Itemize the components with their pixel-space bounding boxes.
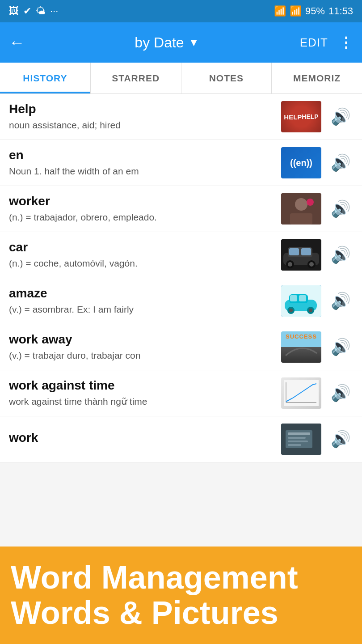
list-item[interactable]: work against time work against time thàn… xyxy=(0,370,362,416)
word-desc: Noun 1. half the width of an em xyxy=(9,165,277,177)
sound-button[interactable]: 🔊 xyxy=(328,107,353,126)
word-title: work against time xyxy=(9,378,277,393)
svg-point-1 xyxy=(295,198,307,211)
sound-icon: 🔊 xyxy=(331,199,351,218)
word-thumbnail: SUCCESS xyxy=(281,331,321,363)
word-title: amaze xyxy=(9,286,277,301)
sound-button[interactable]: 🔊 xyxy=(328,384,353,402)
word-thumbnail xyxy=(281,377,321,409)
sound-button[interactable]: 🔊 xyxy=(328,153,353,172)
word-content: Help noun assistance, aid; hired xyxy=(9,102,281,131)
status-bar: 🖼 ✔ 🌤 ··· 📶 📶 95% 11:53 xyxy=(0,0,362,22)
banner-line1: Word Management xyxy=(11,560,351,595)
word-desc: (v.) = asombrar. Ex: I am fairly xyxy=(9,303,277,315)
word-thumbnail xyxy=(281,239,321,271)
list-item[interactable]: Help noun assistance, aid; hired HELP 🔊 xyxy=(0,94,362,140)
chevron-down-icon: ▼ xyxy=(189,36,199,49)
word-thumbnail: HELP xyxy=(281,101,321,132)
time-label: 11:53 xyxy=(328,5,353,17)
tab-memoriz[interactable]: MEMORIZ xyxy=(272,63,362,93)
list-item[interactable]: amaze (v.) = asombrar. Ex: I am fairly 🔊 xyxy=(0,278,362,324)
word-thumbnail: ((en)) xyxy=(281,147,321,178)
word-title: work xyxy=(9,431,277,445)
word-content: worker (n.) = trabajador, obrero, emplea… xyxy=(9,194,281,223)
svg-rect-17 xyxy=(299,295,306,301)
tabs-container: HISTORY STARRED NOTES MEMORIZ xyxy=(0,63,362,94)
tab-history[interactable]: HISTORY xyxy=(0,63,91,93)
svg-rect-27 xyxy=(288,432,310,435)
check-icon: ✔ xyxy=(23,5,31,17)
wifi-icon: 📶 xyxy=(274,5,286,17)
edit-button[interactable]: EDIT xyxy=(300,36,328,50)
sound-icon: 🔊 xyxy=(331,153,351,172)
word-title: worker xyxy=(9,194,277,208)
sound-icon: 🔊 xyxy=(331,430,351,449)
sound-button[interactable]: 🔊 xyxy=(328,430,353,449)
word-thumbnail xyxy=(281,285,321,317)
word-title: work away xyxy=(9,332,277,347)
word-desc: (n.) = trabajador, obrero, empleado. xyxy=(9,211,277,223)
word-title: en xyxy=(9,148,277,162)
signal-icon: 📶 xyxy=(290,5,302,17)
sort-title-container[interactable]: by Date ▼ xyxy=(34,34,300,51)
word-content: car (n.) = coche, automóvil, vagón. xyxy=(9,240,281,269)
battery-label: 95% xyxy=(305,5,325,17)
list-item[interactable]: car (n.) = coche, automóvil, vagón. 🔊 xyxy=(0,232,362,278)
svg-rect-29 xyxy=(288,441,308,442)
svg-point-3 xyxy=(307,199,314,206)
word-title: Help xyxy=(9,102,277,116)
sound-button[interactable]: 🔊 xyxy=(328,246,353,264)
back-button[interactable]: ← xyxy=(9,33,25,52)
word-thumbnail xyxy=(281,424,321,455)
word-desc: (v.) = trabajar duro, trabajar con xyxy=(9,349,277,361)
svg-rect-2 xyxy=(290,213,312,225)
word-desc: (n.) = coche, automóvil, vagón. xyxy=(9,257,277,269)
image-icon: 🖼 xyxy=(9,5,19,17)
svg-point-10 xyxy=(288,262,292,267)
promotional-banner: Word Management Words & Pictures xyxy=(0,547,362,644)
word-desc: work against time thành ngữ time xyxy=(9,395,277,407)
sound-icon: 🔊 xyxy=(331,107,351,126)
svg-rect-8 xyxy=(301,248,311,255)
svg-rect-16 xyxy=(290,295,297,301)
sound-button[interactable]: 🔊 xyxy=(328,199,353,218)
status-left-icons: 🖼 ✔ 🌤 ··· xyxy=(9,5,58,17)
more-status-icon: ··· xyxy=(50,5,58,17)
word-desc: noun assistance, aid; hired xyxy=(9,119,277,131)
sound-icon: 🔊 xyxy=(331,384,351,402)
more-options-button[interactable]: ⋮ xyxy=(339,34,353,51)
svg-point-12 xyxy=(309,262,314,267)
svg-point-19 xyxy=(289,309,293,312)
list-item[interactable]: worker (n.) = trabajador, obrero, emplea… xyxy=(0,186,362,232)
list-item[interactable]: work 🔊 xyxy=(0,416,362,462)
tab-starred[interactable]: STARRED xyxy=(91,63,181,93)
word-content: en Noun 1. half the width of an em xyxy=(9,148,281,177)
word-list: Help noun assistance, aid; hired HELP 🔊 … xyxy=(0,94,362,462)
word-thumbnail xyxy=(281,193,321,225)
sound-icon: 🔊 xyxy=(331,292,351,310)
list-item[interactable]: work away (v.) = trabajar duro, trabajar… xyxy=(0,324,362,370)
word-title: car xyxy=(9,240,277,254)
list-item[interactable]: en Noun 1. half the width of an em ((en)… xyxy=(0,140,362,186)
sound-button[interactable]: 🔊 xyxy=(328,338,353,356)
app-bar: ← by Date ▼ EDIT ⋮ xyxy=(0,22,362,63)
app-bar-actions: EDIT ⋮ xyxy=(300,34,353,51)
svg-point-21 xyxy=(309,309,312,312)
svg-rect-30 xyxy=(288,444,301,446)
word-content: work xyxy=(9,431,281,448)
svg-rect-28 xyxy=(288,437,306,439)
sound-icon: 🔊 xyxy=(331,246,351,264)
status-right-info: 📶 📶 95% 11:53 xyxy=(274,5,353,17)
sort-title-label: by Date xyxy=(135,34,184,51)
word-content: work away (v.) = trabajar duro, trabajar… xyxy=(9,332,281,361)
weather-icon: 🌤 xyxy=(36,5,46,17)
word-content: work against time work against time thàn… xyxy=(9,378,281,407)
word-content: amaze (v.) = asombrar. Ex: I am fairly xyxy=(9,286,281,315)
banner-line2: Words & Pictures xyxy=(11,595,351,631)
tab-notes[interactable]: NOTES xyxy=(181,63,272,93)
sound-button[interactable]: 🔊 xyxy=(328,292,353,310)
svg-rect-7 xyxy=(289,248,299,255)
sound-icon: 🔊 xyxy=(331,338,351,356)
